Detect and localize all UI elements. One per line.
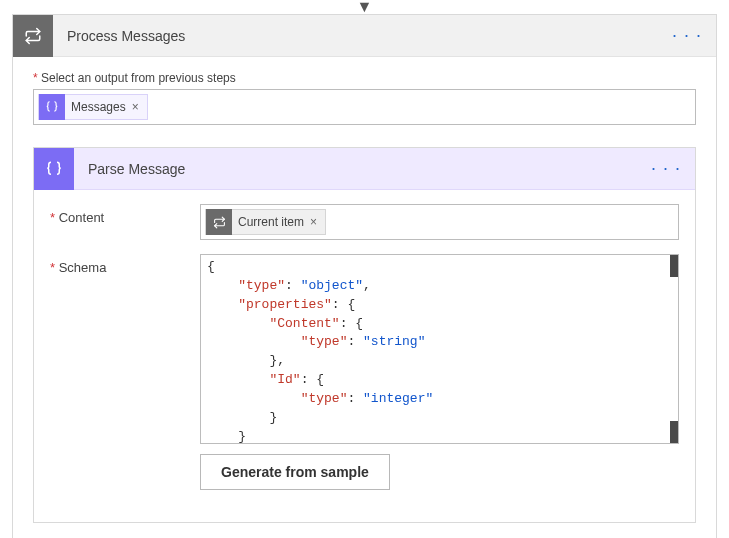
parse-message-more-button[interactable]: · · · (647, 154, 685, 183)
required-asterisk: * (33, 71, 38, 85)
process-messages-body: * Select an output from previous steps M… (13, 57, 716, 538)
output-field-label-text: Select an output from previous steps (41, 71, 236, 85)
schema-line: "type": "string" (207, 333, 672, 352)
current-item-token-label: Current item (238, 215, 304, 229)
scrollbar-thumb[interactable] (670, 421, 678, 443)
schema-line: "Id": { (207, 371, 672, 390)
required-asterisk: * (50, 260, 55, 275)
schema-row: * Schema { "type": "object", "properties… (50, 254, 679, 490)
braces-icon (39, 94, 65, 120)
content-input[interactable]: Current item × (200, 204, 679, 240)
loop-icon (13, 15, 53, 57)
schema-line: "type": "object", (207, 277, 672, 296)
messages-token-label: Messages (71, 100, 126, 114)
loop-icon (206, 209, 232, 235)
messages-token[interactable]: Messages × (38, 94, 148, 120)
schema-line: "Content": { (207, 315, 672, 334)
parse-message-title: Parse Message (88, 161, 185, 177)
schema-label-text: Schema (59, 260, 107, 275)
parse-message-body: * Content (34, 190, 695, 522)
process-messages-title: Process Messages (67, 28, 185, 44)
scrollbar-thumb[interactable] (670, 255, 678, 277)
content-row: * Content (50, 204, 679, 240)
schema-line: { (207, 258, 672, 277)
parse-message-header[interactable]: Parse Message · · · (34, 148, 695, 190)
messages-token-remove[interactable]: × (132, 100, 139, 114)
content-label-text: Content (59, 210, 105, 225)
schema-editor[interactable]: { "type": "object", "properties": { "Con… (200, 254, 679, 444)
schema-label: * Schema (50, 254, 200, 275)
braces-icon (34, 148, 74, 190)
content-label: * Content (50, 204, 200, 225)
schema-line: } (207, 428, 672, 444)
process-messages-card: Process Messages · · · * Select an outpu… (12, 14, 717, 538)
output-field-label: * Select an output from previous steps (33, 71, 696, 85)
required-asterisk: * (50, 210, 55, 225)
current-item-token[interactable]: Current item × (205, 209, 326, 235)
process-messages-more-button[interactable]: · · · (668, 21, 706, 50)
process-messages-header[interactable]: Process Messages · · · (13, 15, 716, 57)
schema-line: "properties": { (207, 296, 672, 315)
flow-arrow-icon: ▼ (0, 0, 729, 14)
schema-line: }, (207, 352, 672, 371)
current-item-token-remove[interactable]: × (310, 215, 317, 229)
output-input[interactable]: Messages × (33, 89, 696, 125)
schema-line: } (207, 409, 672, 428)
generate-from-sample-button[interactable]: Generate from sample (200, 454, 390, 490)
schema-line: "type": "integer" (207, 390, 672, 409)
parse-message-card: Parse Message · · · * Content (33, 147, 696, 523)
